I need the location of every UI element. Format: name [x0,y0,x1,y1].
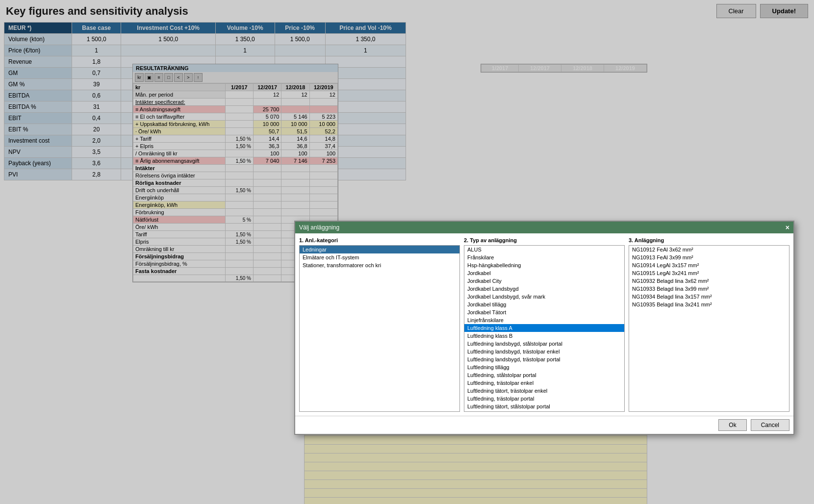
col2-header: 2. Typ av anläggning [464,237,625,243]
list-item[interactable]: Jordkabel City [464,277,624,285]
dialog-body: 1. Anl.-kategori LedningarElmätare och I… [295,233,793,416]
list-item[interactable]: Luftledning landsbygd, trästolpar portal [464,355,624,363]
list-item[interactable]: Luftledning, trästolpar enkel [464,379,624,387]
dialog-titlebar: Välj anläggning × [295,222,793,233]
list-item[interactable]: Jordkabel Tätort [464,308,624,316]
dialog-col-3: 3. Anläggning NG10912 FeAl 3x62 mm²NG109… [629,237,789,412]
list-item[interactable]: ALUS [464,246,624,253]
col3-listbox[interactable]: NG10912 FeAl 3x62 mm²NG10913 FeAl 3x99 m… [629,245,789,412]
col1-header: 1. Anl.-kategori [299,237,460,243]
list-item[interactable]: Luftledning tätort, stålstolpar portal [464,403,624,410]
list-item[interactable]: NG10933 Belagd lina 3x99 mm² [629,285,789,293]
dialog-col-1: 1. Anl.-kategori LedningarElmätare och I… [299,237,460,412]
col3-header: 3. Anläggning [629,237,789,243]
list-item[interactable]: Stationer, transformatorer och kri [300,261,459,269]
list-item[interactable]: Frånskilare [464,253,624,261]
list-item[interactable]: NG10915 LegAl 3x241 mm² [629,269,789,277]
dialog-footer: Ok Cancel [295,416,793,434]
list-item[interactable]: Luftledning landsbygd, trästolpar enkel [464,348,624,355]
list-item[interactable]: NG10914 LegAl 3x157 mm² [629,261,789,269]
col2-listbox[interactable]: ALUSFrånskilareHsp-hängkabelledningJordk… [464,245,625,412]
list-item[interactable]: Luftledning, stålstolpar portal [464,371,624,379]
col1-listbox[interactable]: LedningarElmätare och IT-systemStationer… [299,245,460,412]
list-item[interactable]: Luftledning tätort, trästolpar enkel [464,387,624,395]
list-item[interactable]: Luftledning tätort, trästolpar portal [464,410,624,412]
list-item[interactable]: NG10934 Belagd lina 3x157 mm² [629,293,789,301]
list-item[interactable]: NG10913 FeAl 3x99 mm² [629,253,789,261]
list-item[interactable]: Luftledning klass B [464,332,624,340]
list-item[interactable]: Jordkabel [464,269,624,277]
list-item[interactable]: Luftledning landsbygd, stålstolpar porta… [464,340,624,348]
list-item[interactable]: Linjefrånskilare [464,316,624,324]
list-item[interactable]: Jordkabel tillägg [464,301,624,308]
list-item[interactable]: Hsp-hängkabelledning [464,261,624,269]
list-item[interactable]: Jordkabel Landsbygd, svår mark [464,293,624,301]
dialog-close-button[interactable]: × [786,224,789,231]
dialog-title: Välj anläggning [299,224,339,231]
dialog-col-2: 2. Typ av anläggning ALUSFrånskilareHsp-… [464,237,625,412]
list-item[interactable]: NG10932 Belagd lina 3x62 mm² [629,277,789,285]
list-item[interactable]: Elmätare och IT-system [300,253,459,261]
list-item[interactable]: Luftledning, trästolpar portal [464,395,624,403]
cancel-button[interactable]: Cancel [751,419,789,431]
main-container: Key figures and sensitivity analysis Cle… [0,0,814,504]
list-item[interactable]: Jordkabel Landsbygd [464,285,624,293]
list-item[interactable]: NG10935 Belagd lina 3x241 mm² [629,301,789,308]
list-item[interactable]: Ledningar [300,246,459,253]
list-item[interactable]: Luftledning tillägg [464,363,624,371]
list-item[interactable]: Luftledning klass A [464,324,624,332]
ok-button[interactable]: Ok [718,419,746,431]
dialog-columns: 1. Anl.-kategori LedningarElmätare och I… [299,237,789,412]
valj-anlaggning-dialog: Välj anläggning × 1. Anl.-kategori Ledni… [294,221,794,435]
list-item[interactable]: NG10912 FeAl 3x62 mm² [629,246,789,253]
